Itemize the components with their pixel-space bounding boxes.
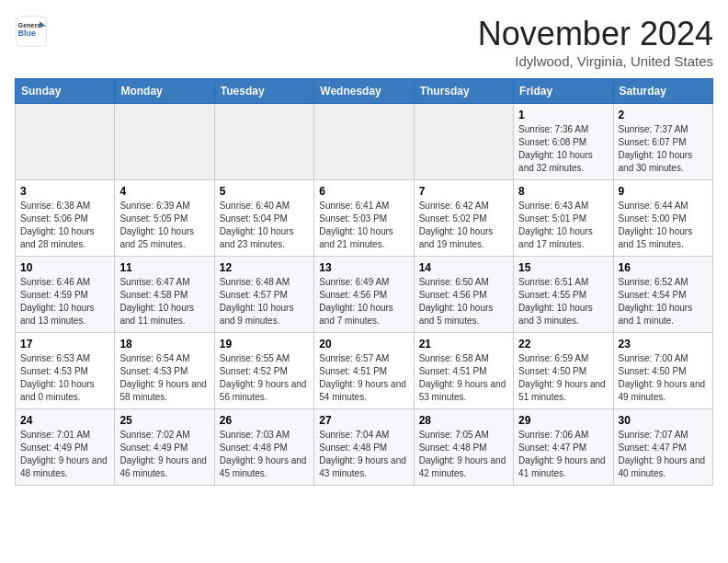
day-info: Sunrise: 6:41 AMSunset: 5:03 PMDaylight:…	[319, 200, 408, 251]
day-info: Sunrise: 6:54 AMSunset: 4:53 PMDaylight:…	[119, 352, 209, 404]
calendar-day-cell	[16, 104, 115, 180]
day-info: Sunrise: 7:04 AMSunset: 4:48 PMDaylight:…	[319, 429, 408, 480]
day-number: 15	[518, 261, 608, 274]
day-info: Sunrise: 7:00 AMSunset: 4:50 PMDaylight:…	[619, 352, 708, 404]
day-info: Sunrise: 6:57 AMSunset: 4:51 PMDaylight:…	[319, 352, 408, 404]
calendar-day-cell: 2Sunrise: 7:37 AMSunset: 6:07 PMDaylight…	[613, 104, 712, 180]
logo: General Blue	[15, 15, 48, 48]
calendar-day-header: Friday	[514, 79, 613, 104]
day-info: Sunrise: 6:50 AMSunset: 4:56 PMDaylight:…	[419, 276, 508, 327]
calendar-day-header: Thursday	[414, 79, 513, 104]
day-number: 8	[518, 185, 608, 198]
day-number: 10	[20, 261, 109, 274]
calendar-day-cell: 18Sunrise: 6:54 AMSunset: 4:53 PMDayligh…	[115, 333, 214, 409]
day-number: 9	[619, 185, 708, 198]
calendar-day-cell: 16Sunrise: 6:52 AMSunset: 4:54 PMDayligh…	[613, 257, 712, 333]
calendar-day-cell: 23Sunrise: 7:00 AMSunset: 4:50 PMDayligh…	[613, 333, 712, 409]
day-info: Sunrise: 7:05 AMSunset: 4:48 PMDaylight:…	[419, 429, 508, 480]
calendar-week-row: 3Sunrise: 6:38 AMSunset: 5:06 PMDaylight…	[16, 180, 713, 257]
calendar-table: SundayMondayTuesdayWednesdayThursdayFrid…	[15, 78, 713, 486]
title-block: November 2024 Idylwood, Virginia, United…	[478, 15, 713, 69]
calendar-day-header: Tuesday	[214, 79, 313, 104]
day-number: 23	[619, 338, 708, 350]
day-number: 12	[220, 261, 309, 274]
calendar-day-header: Monday	[115, 79, 214, 104]
svg-text:Blue: Blue	[18, 29, 37, 38]
day-info: Sunrise: 6:48 AMSunset: 4:57 PMDaylight:…	[220, 276, 309, 327]
day-info: Sunrise: 7:03 AMSunset: 4:48 PMDaylight:…	[220, 429, 309, 480]
day-number: 11	[119, 261, 209, 274]
day-number: 7	[419, 185, 508, 198]
day-info: Sunrise: 7:02 AMSunset: 4:49 PMDaylight:…	[119, 429, 209, 480]
calendar-day-cell: 7Sunrise: 6:42 AMSunset: 5:02 PMDaylight…	[414, 180, 513, 257]
day-info: Sunrise: 6:55 AMSunset: 4:52 PMDaylight:…	[220, 352, 309, 404]
day-info: Sunrise: 6:43 AMSunset: 5:01 PMDaylight:…	[518, 200, 608, 251]
day-number: 1	[518, 109, 608, 121]
calendar-day-cell: 19Sunrise: 6:55 AMSunset: 4:52 PMDayligh…	[214, 333, 313, 409]
day-info: Sunrise: 6:58 AMSunset: 4:51 PMDaylight:…	[419, 352, 508, 404]
day-info: Sunrise: 6:59 AMSunset: 4:50 PMDaylight:…	[518, 352, 608, 404]
day-number: 25	[119, 414, 209, 427]
day-info: Sunrise: 7:06 AMSunset: 4:47 PMDaylight:…	[518, 429, 608, 480]
calendar-day-cell	[115, 104, 214, 180]
calendar-week-row: 1Sunrise: 7:36 AMSunset: 6:08 PMDaylight…	[16, 104, 713, 180]
calendar-day-cell: 20Sunrise: 6:57 AMSunset: 4:51 PMDayligh…	[314, 333, 414, 409]
day-number: 17	[20, 338, 109, 350]
calendar-day-cell: 26Sunrise: 7:03 AMSunset: 4:48 PMDayligh…	[214, 409, 313, 486]
calendar-day-cell: 15Sunrise: 6:51 AMSunset: 4:55 PMDayligh…	[514, 257, 613, 333]
calendar-day-cell: 9Sunrise: 6:44 AMSunset: 5:00 PMDaylight…	[613, 180, 712, 257]
calendar-day-cell: 11Sunrise: 6:47 AMSunset: 4:58 PMDayligh…	[115, 257, 214, 333]
calendar-day-cell: 29Sunrise: 7:06 AMSunset: 4:47 PMDayligh…	[514, 409, 613, 486]
calendar-day-cell: 12Sunrise: 6:48 AMSunset: 4:57 PMDayligh…	[214, 257, 313, 333]
day-info: Sunrise: 6:39 AMSunset: 5:05 PMDaylight:…	[119, 200, 209, 251]
calendar-day-cell: 27Sunrise: 7:04 AMSunset: 4:48 PMDayligh…	[314, 409, 414, 486]
day-number: 18	[119, 338, 209, 350]
calendar-day-cell	[314, 104, 414, 180]
calendar-day-header: Sunday	[16, 79, 115, 104]
calendar-day-cell: 1Sunrise: 7:36 AMSunset: 6:08 PMDaylight…	[514, 104, 613, 180]
day-info: Sunrise: 6:49 AMSunset: 4:56 PMDaylight:…	[319, 276, 408, 327]
day-number: 13	[319, 261, 408, 274]
calendar-day-header: Saturday	[613, 79, 712, 104]
day-info: Sunrise: 6:52 AMSunset: 4:54 PMDaylight:…	[619, 276, 708, 327]
day-info: Sunrise: 6:38 AMSunset: 5:06 PMDaylight:…	[20, 200, 109, 251]
day-number: 29	[518, 414, 608, 427]
calendar-day-cell: 21Sunrise: 6:58 AMSunset: 4:51 PMDayligh…	[414, 333, 513, 409]
day-info: Sunrise: 7:07 AMSunset: 4:47 PMDaylight:…	[619, 429, 708, 480]
day-number: 14	[419, 261, 508, 274]
calendar-day-cell: 25Sunrise: 7:02 AMSunset: 4:49 PMDayligh…	[115, 409, 214, 486]
day-number: 6	[319, 185, 408, 198]
day-number: 20	[319, 338, 408, 350]
day-number: 30	[619, 414, 708, 427]
day-number: 16	[619, 261, 708, 274]
calendar-day-cell: 30Sunrise: 7:07 AMSunset: 4:47 PMDayligh…	[613, 409, 712, 486]
calendar-week-row: 24Sunrise: 7:01 AMSunset: 4:49 PMDayligh…	[16, 409, 713, 486]
day-number: 28	[419, 414, 508, 427]
calendar-day-cell: 13Sunrise: 6:49 AMSunset: 4:56 PMDayligh…	[314, 257, 414, 333]
day-info: Sunrise: 6:42 AMSunset: 5:02 PMDaylight:…	[419, 200, 508, 251]
day-number: 27	[319, 414, 408, 427]
calendar-day-cell: 6Sunrise: 6:41 AMSunset: 5:03 PMDaylight…	[314, 180, 414, 257]
day-info: Sunrise: 6:40 AMSunset: 5:04 PMDaylight:…	[220, 200, 309, 251]
location: Idylwood, Virginia, United States	[478, 53, 713, 69]
day-info: Sunrise: 7:36 AMSunset: 6:08 PMDaylight:…	[518, 123, 608, 175]
day-number: 24	[20, 414, 109, 427]
day-info: Sunrise: 6:46 AMSunset: 4:59 PMDaylight:…	[20, 276, 109, 327]
day-number: 22	[518, 338, 608, 350]
calendar-day-cell: 4Sunrise: 6:39 AMSunset: 5:05 PMDaylight…	[115, 180, 214, 257]
page-header: General Blue November 2024 Idylwood, Vir…	[15, 15, 713, 69]
day-number: 3	[20, 185, 109, 198]
day-info: Sunrise: 7:37 AMSunset: 6:07 PMDaylight:…	[619, 123, 708, 175]
day-info: Sunrise: 6:53 AMSunset: 4:53 PMDaylight:…	[20, 352, 109, 404]
calendar-day-header: Wednesday	[314, 79, 414, 104]
day-info: Sunrise: 6:47 AMSunset: 4:58 PMDaylight:…	[119, 276, 209, 327]
month-title: November 2024	[478, 15, 713, 53]
calendar-week-row: 10Sunrise: 6:46 AMSunset: 4:59 PMDayligh…	[16, 257, 713, 333]
calendar-day-cell: 5Sunrise: 6:40 AMSunset: 5:04 PMDaylight…	[214, 180, 313, 257]
day-number: 4	[119, 185, 209, 198]
calendar-day-cell: 24Sunrise: 7:01 AMSunset: 4:49 PMDayligh…	[16, 409, 115, 486]
calendar-week-row: 17Sunrise: 6:53 AMSunset: 4:53 PMDayligh…	[16, 333, 713, 409]
day-info: Sunrise: 6:51 AMSunset: 4:55 PMDaylight:…	[518, 276, 608, 327]
day-number: 21	[419, 338, 508, 350]
calendar-day-cell: 28Sunrise: 7:05 AMSunset: 4:48 PMDayligh…	[414, 409, 513, 486]
